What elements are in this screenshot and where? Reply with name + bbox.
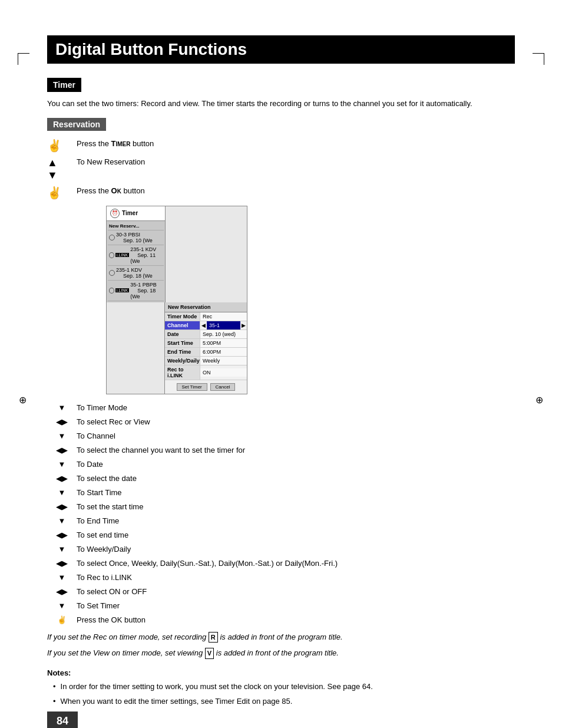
ui-circle-icon-3 [109, 270, 115, 276]
ui-label-date: Date [165, 330, 200, 338]
ui-form-row-rec-ilink: Rec to i.LINK ON [165, 365, 247, 380]
timer-intro-text: You can set the two timers: Record and v… [47, 98, 515, 110]
step-2: ▲▼ To New Reservation [47, 156, 515, 182]
ui-cancel-btn[interactable]: Cancel [210, 383, 236, 391]
note-bullet-2: • [53, 696, 56, 707]
ui-link-badge-2: i.LINK [115, 288, 129, 292]
instr-text-7: To Start Time [77, 487, 515, 498]
instr-row-4: ◀▶ To select the channel you want to set… [47, 445, 515, 457]
rec-badge: R [209, 632, 218, 643]
ui-value-weekly-daily: Weekly [200, 357, 247, 365]
ui-label-channel: Channel [165, 321, 200, 330]
step-1-icon: ✌ [47, 138, 77, 153]
notes-label: Notes: [47, 668, 515, 677]
content-area: Digital Button Functions Timer You can s… [47, 35, 515, 707]
instr-icon-7: ▼ [47, 487, 77, 498]
instr-row-3: ▼ To Channel [47, 431, 515, 443]
instr-row-10: ◀▶ To set end time [47, 530, 515, 542]
registration-mark-left: ⊕ [19, 394, 27, 405]
instr-icon-16: ✌ [47, 615, 77, 625]
ui-left-rows: New Reserv... 30-3 PBSISep. 10 (We i.LIN… [107, 221, 165, 302]
ui-label-timer-mode: Timer Mode [165, 312, 200, 321]
instr-icon-12: ◀▶ [47, 558, 77, 569]
ui-value-end-time: 6:00PM [200, 348, 247, 356]
ui-form-row-start-time: Start Time 5:00PM [165, 339, 247, 348]
step-2-icon: ▲▼ [47, 156, 77, 182]
ui-timer-label: Timer [122, 210, 138, 216]
instr-icon-5: ▼ [47, 459, 77, 470]
page: ⊕ ⊕ ⊕ Digital Button Functions Timer You… [0, 35, 562, 728]
instr-icon-2: ◀▶ [47, 417, 77, 427]
instr-row-16: ✌ Press the OK button [47, 615, 515, 627]
instr-text-14: To select ON or OFF [77, 587, 515, 597]
ui-row-4-text: 35-1 PBPBSep. 18 (We [130, 282, 163, 299]
ui-screenshot: ⏰ Timer New Reserv... 30-3 PBSISep. 10 (… [106, 206, 247, 394]
instr-icon-1: ▼ [47, 403, 77, 413]
instr-icon-13: ▼ [47, 572, 77, 583]
page-number: 84 [57, 715, 68, 727]
ui-screenshot-container: ⏰ Timer New Reserv... 30-3 PBSISep. 10 (… [77, 206, 515, 394]
instr-row-9: ▼ To End Time [47, 516, 515, 528]
instr-icon-8: ◀▶ [47, 502, 77, 512]
ui-circle-icon-1 [109, 235, 115, 241]
instr-row-6: ◀▶ To select the date [47, 473, 515, 485]
instructions-list: ▼ To Timer Mode ◀▶ To select Rec or View… [47, 403, 515, 627]
ui-form-row-weekly-daily: Weekly/Daily Weekly [165, 357, 247, 365]
step-3-text: Press the OK button [77, 185, 515, 197]
ui-form-row-timer-mode: Timer Mode Rec [165, 312, 247, 321]
ui-new-reserv-row: New Reserv... [108, 222, 164, 230]
ui-form-row-date: Date Sep. 10 (wed) [165, 330, 247, 339]
ui-set-timer-btn[interactable]: Set Timer [177, 383, 207, 391]
ui-timer-clock-icon: ⏰ [110, 209, 120, 218]
instr-icon-9: ▼ [47, 516, 77, 526]
instr-text-5: To Date [77, 459, 515, 470]
instr-icon-4: ◀▶ [47, 445, 77, 456]
ui-circle-icon-4 [109, 288, 114, 294]
ui-label-start-time: Start Time [165, 339, 200, 347]
ui-form-row-channel: Channel ◀ 35-1 ▶ [165, 321, 247, 330]
ui-row-2-text: 235-1 KDVSep. 11 (We [130, 246, 163, 264]
ui-label-rec-ilink: Rec to i.LINK [165, 365, 200, 380]
italic-note-1-text: If you set the Rec on timer mode, set re… [47, 633, 209, 641]
ui-left-panel: ⏰ Timer New Reserv... 30-3 PBSISep. 10 (… [107, 206, 166, 302]
note-bullet-1: • [53, 681, 56, 693]
instr-text-6: To select the date [77, 473, 515, 484]
instr-icon-6: ◀▶ [47, 473, 77, 484]
instr-text-4: To select the channel you want to set th… [77, 445, 515, 456]
instr-text-3: To Channel [77, 431, 515, 442]
ui-row-1: 30-3 PBSISep. 10 (We [108, 230, 164, 245]
page-title-banner: Digital Button Functions [47, 35, 515, 64]
instr-text-1: To Timer Mode [77, 403, 515, 413]
note-text-1: In order for the timer setting to work, … [61, 681, 373, 693]
instr-icon-15: ▼ [47, 601, 77, 611]
instr-icon-3: ▼ [47, 431, 77, 442]
ui-form-row-end-time: End Time 6:00PM [165, 348, 247, 357]
note-item-1: • In order for the timer setting to work… [47, 681, 515, 693]
instr-row-8: ◀▶ To set the start time [47, 502, 515, 513]
instr-text-13: To Rec to i.LINK [77, 572, 515, 583]
ui-circle-icon-2 [109, 252, 114, 258]
step-1-text: Press the TIMER button [77, 138, 515, 150]
instr-row-15: ▼ To Set Timer [47, 601, 515, 612]
instr-text-15: To Set Timer [77, 601, 515, 611]
page-number-box: 84 [47, 711, 78, 728]
ui-label-weekly-daily: Weekly/Daily [165, 357, 200, 365]
instr-row-2: ◀▶ To select Rec or View [47, 417, 515, 429]
arrow-down-icon-1: ▲▼ [47, 157, 58, 182]
ui-row-3-text: 235-1 KDVSep. 18 (We [116, 267, 153, 279]
hand-icon-1: ✌ [47, 139, 62, 153]
instr-text-10: To set end time [77, 530, 515, 541]
italic-note-2-text: If you set the View on timer mode, set v… [47, 648, 205, 657]
ui-value-date: Sep. 10 (wed) [200, 330, 247, 338]
ui-row-3: 235-1 KDVSep. 18 (We [108, 266, 164, 281]
instr-row-13: ▼ To Rec to i.LINK [47, 572, 515, 584]
instr-row-11: ▼ To Weekly/Daily [47, 544, 515, 556]
instr-text-11: To Weekly/Daily [77, 544, 515, 555]
instr-row-7: ▼ To Start Time [47, 487, 515, 499]
instr-text-9: To End Time [77, 516, 515, 526]
italic-note-1-cont: is added in front of the program title. [218, 633, 343, 641]
instr-text-8: To set the start time [77, 502, 515, 512]
reservation-header: Reservation [47, 118, 106, 131]
instr-row-5: ▼ To Date [47, 459, 515, 471]
hand-icon-2: ✌ [47, 186, 62, 200]
